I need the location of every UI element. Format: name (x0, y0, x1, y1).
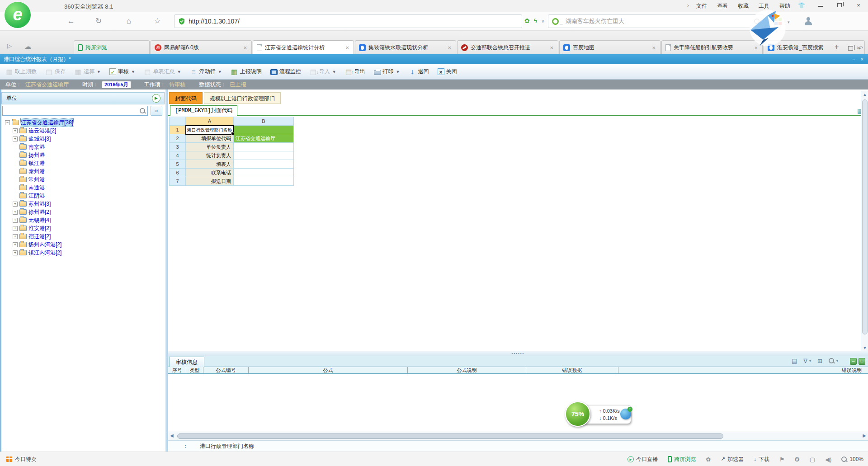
speed-ball[interactable]: 75% (565, 401, 590, 427)
row-header[interactable]: 5 (170, 160, 186, 169)
tree-search-icon[interactable] (140, 108, 146, 114)
column-header[interactable]: B (234, 117, 294, 126)
dropdown-arrow-icon[interactable]: ▼ (218, 70, 222, 74)
tree-item[interactable]: +无锡港[4] (2, 216, 164, 224)
daily-deals-button[interactable]: 今日特卖 (6, 452, 37, 466)
expand-icon[interactable]: + (13, 137, 18, 141)
expand-icon[interactable]: + (13, 218, 18, 223)
expand-icon[interactable]: + (13, 202, 18, 207)
cell-a[interactable]: 统计负责人 (186, 151, 234, 160)
cell-b[interactable] (234, 160, 294, 169)
toolbar-button[interactable]: 浮动行▼ (190, 68, 222, 75)
horizontal-scroll-thumb[interactable] (177, 433, 723, 439)
scroll-down-icon[interactable]: ▼ (861, 346, 868, 350)
audit-zoom-icon[interactable] (829, 358, 835, 364)
home-icon[interactable]: ⌂ (123, 15, 135, 27)
pinwheel-icon[interactable]: ✿ (706, 456, 711, 463)
skin-icon[interactable]: 👕 (796, 1, 807, 9)
tree-item[interactable]: 南通港 (2, 184, 164, 192)
expand-icon[interactable]: + (13, 250, 18, 255)
unit-search-input[interactable] (2, 106, 148, 116)
audit-column-header[interactable]: 类型 (186, 367, 203, 373)
circle-badge-icon[interactable]: ✪ (795, 456, 800, 463)
reopen-tab-icon[interactable]: ↶ (858, 45, 863, 52)
today-live-button[interactable]: ▶今日直播 (627, 456, 658, 463)
accelerator-button[interactable]: ↗加速器 (721, 456, 744, 463)
cloud-sync-icon[interactable]: ☁ (24, 42, 31, 51)
menu-item[interactable]: 文件 (696, 2, 707, 10)
tab-close-icon[interactable]: × (549, 44, 554, 51)
app-close-icon[interactable]: × (861, 56, 863, 62)
toolbar-button[interactable]: 上报说明 (231, 68, 262, 75)
browser-tab[interactable]: 百度地图× (559, 40, 660, 54)
tab-tiles-icon[interactable] (848, 46, 853, 51)
audit-window-icon[interactable]: ⊞ (817, 358, 822, 364)
audit-column-header[interactable]: 错误数据 (526, 367, 618, 373)
menu-item[interactable]: 查看 (717, 2, 728, 10)
tab-close-icon[interactable]: × (651, 44, 656, 51)
row-header[interactable]: 4 (170, 151, 186, 160)
star-icon[interactable]: ☆ (151, 15, 163, 27)
audit-info-tab[interactable]: 审核信息 (169, 357, 204, 367)
pinwheel-icon[interactable]: ✿ (524, 17, 530, 24)
cell-b[interactable] (234, 143, 294, 151)
zoom-control[interactable]: 100% (841, 456, 863, 462)
panel-maximize-icon[interactable]: □ (859, 358, 865, 365)
expand-icon[interactable]: + (13, 210, 18, 215)
dropdown-arrow-icon[interactable]: ▼ (396, 70, 400, 74)
cell-b[interactable] (234, 151, 294, 160)
login-user-icon[interactable] (804, 17, 813, 26)
report-tab[interactable]: 封面代码 (169, 92, 203, 104)
tree-item[interactable]: +宿迁港[2] (2, 232, 164, 240)
cell-a[interactable]: 港口行政管理部门名称 (186, 126, 234, 134)
scroll-up-icon[interactable]: ▲ (861, 92, 868, 97)
panel-minimize-icon[interactable]: ─ (850, 358, 857, 365)
chevron-down-icon[interactable]: ∨ (541, 19, 544, 24)
tab-close-icon[interactable]: × (447, 44, 452, 51)
audit-column-header[interactable]: 公式说明 (408, 367, 526, 373)
cell-b[interactable] (234, 126, 294, 134)
browser-tab[interactable]: 江苏省交通运输统计分析× (253, 40, 354, 54)
tree-item[interactable]: −江苏省交通运输厅[38] (2, 118, 164, 127)
column-header[interactable]: A (186, 117, 234, 126)
row-header[interactable]: 1 (170, 126, 186, 134)
refresh-icon[interactable]: ↻ (93, 15, 104, 27)
scroll-right-icon[interactable]: ▶ (863, 433, 866, 438)
flag-icon[interactable]: ⚑ (779, 456, 785, 463)
row-header[interactable]: 2 (170, 134, 186, 143)
tree-item[interactable]: +连云港港[2] (2, 127, 164, 135)
cell-a[interactable]: 报送日期 (186, 177, 234, 186)
vertical-scroll-thumb[interactable] (862, 99, 868, 334)
dropdown-arrow-icon[interactable]: ▼ (332, 70, 336, 74)
horizontal-splitter[interactable]: •••••• (168, 351, 868, 356)
panel-collapse-icon[interactable]: ▶ (152, 94, 160, 103)
menu-collapse-icon[interactable]: › (687, 2, 689, 10)
tree-item[interactable]: +徐州港[2] (2, 208, 164, 216)
sheet-tab[interactable]: [PMDM_GKYB]封面代码 (170, 105, 237, 116)
collapse-icon[interactable]: − (5, 120, 10, 125)
report-tab[interactable]: 规模以上港口行政管理部门 (204, 92, 281, 104)
toolbar-button[interactable]: 审核▼ (109, 68, 135, 75)
expand-icon[interactable]: + (13, 128, 18, 133)
close-button[interactable]: × (853, 1, 864, 9)
grid-corner-cell[interactable] (170, 117, 186, 126)
search-input[interactable]: _ 湖南客车起火伤亡重大 (548, 14, 764, 28)
thunder-bird-icon[interactable] (742, 8, 789, 47)
toolbar-button[interactable]: 流程监控 (270, 68, 301, 75)
cross-screen-button[interactable]: 跨屏浏览 (668, 456, 696, 463)
add-accelerate-icon[interactable] (620, 409, 631, 419)
restore-button[interactable] (834, 1, 845, 9)
speaker-icon[interactable]: ◀) (825, 456, 831, 463)
expand-icon[interactable]: + (13, 226, 18, 231)
dropdown-arrow-icon[interactable]: ▾ (809, 359, 811, 363)
tree-item[interactable]: 扬州港 (2, 151, 164, 159)
toolbar-button[interactable]: 导出 (345, 68, 365, 75)
cell-a[interactable]: 单位负责人 (186, 143, 234, 151)
cell-b[interactable] (234, 169, 294, 177)
new-tab-button[interactable]: + (835, 43, 839, 51)
tree-item[interactable]: 南京港 (2, 143, 164, 151)
audit-column-header[interactable]: 公式 (249, 367, 408, 373)
back-icon[interactable]: ← (65, 15, 77, 27)
tree-item[interactable]: +淮安港[2] (2, 224, 164, 232)
cell-a[interactable]: 填报单位代码 (186, 134, 234, 143)
